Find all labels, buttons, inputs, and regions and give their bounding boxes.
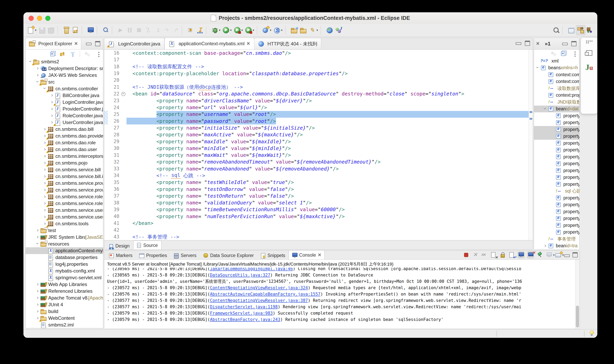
outline-item-property[interactable]: eproperty: [534, 181, 579, 188]
console-output[interactable]: Tomcat v8.5 Server at localhost [Apache …: [104, 260, 580, 329]
console-link[interactable]: FrameworkServlet.java:983: [210, 311, 273, 316]
minimize-icon[interactable]: [516, 42, 521, 45]
show-console-on-stderr-button[interactable]: [527, 251, 534, 258]
outline-item-bean[interactable]: ›ebean id=tra: [534, 243, 579, 249]
minimize-icon[interactable]: [562, 43, 568, 45]
tab-project-explorer[interactable]: Project Explorer ✕: [26, 38, 81, 49]
outline-item-property[interactable]: eproperty: [534, 133, 579, 140]
console-link[interactable]: ContentNegotiatingViewResolver.java:324: [210, 286, 308, 290]
code-line-22[interactable]: 22 <bean id="dataSource" class="org.apac…: [104, 91, 533, 97]
code-line-39[interactable]: 39 <property name= "timeBetweenEvictionR…: [104, 206, 533, 213]
expander-icon[interactable]: ›: [35, 281, 40, 286]
expander-icon[interactable]: ›: [535, 65, 540, 70]
outline-item-property[interactable]: eproperty: [534, 119, 579, 126]
clear-console-button[interactable]: [490, 252, 497, 258]
skip-all-breakpoints-button[interactable]: [186, 26, 195, 35]
expander-icon[interactable]: ›: [35, 241, 40, 246]
tree-item-database-properties[interactable]: database.properties: [26, 254, 103, 261]
close-icon[interactable]: ✕: [74, 41, 78, 46]
tree-item-cn-smbms-dao-role[interactable]: ›cn.smbms.dao.role: [26, 139, 103, 146]
outline-item-property[interactable]: eproperty: [534, 140, 579, 147]
code-line-20[interactable]: 20: [104, 77, 533, 84]
expander-icon[interactable]: ›: [42, 133, 47, 138]
code-line-31[interactable]: 31 <property name="maxWait" value="${max…: [104, 152, 533, 158]
scroll-lock-button[interactable]: [499, 252, 506, 258]
tree-item-rolecontroller-java[interactable]: ›JRoleController.java: [26, 112, 103, 119]
open-folder-button[interactable]: [299, 26, 308, 35]
minimize-window-button[interactable]: [37, 16, 42, 21]
run-on-server-button[interactable]: ▶▾: [233, 26, 244, 35]
outline-item-property[interactable]: eproperty: [534, 222, 579, 229]
tree-item-providercontroller-jav[interactable]: ›JProviderController.jav: [26, 105, 103, 112]
new-web-wizard-button[interactable]: ▾: [261, 26, 272, 35]
expander-icon[interactable]: ›: [42, 153, 47, 158]
word-wrap-button[interactable]: [508, 252, 515, 258]
expander-icon[interactable]: ›: [42, 187, 47, 192]
import-wizard-button[interactable]: J: [334, 26, 343, 35]
tree-item-smbms2[interactable]: ›smbms2: [26, 58, 103, 65]
code-line-43[interactable]: 43 <!-- 事务管理 -->: [104, 234, 533, 240]
expander-icon[interactable]: ›: [35, 72, 40, 78]
code-line-25[interactable]: 25 <property name="username" value="root…: [104, 111, 533, 118]
close-window-button[interactable]: [29, 16, 34, 21]
tree-item-cn-smbms-service-role[interactable]: ›cn.smbms.service.role: [26, 193, 103, 200]
expander-icon[interactable]: ›: [35, 234, 40, 239]
new-wizard-button[interactable]: ▾: [26, 26, 38, 35]
tab-props[interactable]: Properties: [136, 251, 170, 260]
code-line-34[interactable]: 34 <!-- sql 心跳 -->: [104, 172, 533, 179]
outline-item-bean[interactable]: ›ebean id=dat: [534, 105, 579, 113]
close-icon[interactable]: ✕: [246, 41, 250, 46]
tree-item-cn-smbms-controller[interactable]: ›cn.smbms.controller: [26, 85, 103, 92]
tips-lightbulb-icon[interactable]: [589, 330, 594, 337]
open-resource-button[interactable]: [290, 26, 299, 35]
tree-item-jre-system-library-[interactable]: ›JRE System Library [JavaSE: [26, 234, 103, 241]
maximize-icon[interactable]: [573, 252, 578, 257]
drag-handle-icon[interactable]: [586, 40, 593, 43]
expander-icon[interactable]: ›: [42, 146, 47, 152]
outline-item-property[interactable]: eproperty: [534, 147, 579, 154]
outline-item-property[interactable]: eproperty: [534, 126, 579, 133]
outline-item-property[interactable]: eproperty: [534, 167, 579, 174]
tree-item-cn-smbms-pojo[interactable]: ›cn.smbms.pojo: [26, 160, 103, 166]
code-line-42[interactable]: 42: [104, 227, 533, 234]
outline-item-事务管理[interactable]: !--事务管理: [534, 235, 579, 243]
expander-icon[interactable]: ›: [42, 86, 47, 91]
outline-item-sql-心跳[interactable]: !--sql 心跳: [534, 188, 579, 195]
expander-icon[interactable]: ›: [28, 59, 33, 64]
tree-item-cn-smbms-interceptors[interactable]: ›cn.smbms.interceptors: [26, 153, 103, 160]
outline-item-xml[interactable]: ?=?xml: [534, 58, 579, 65]
tab-servers[interactable]: Servers: [170, 251, 200, 260]
code-line-32[interactable]: 32 <property name="removeAbandonedTimeou…: [104, 159, 533, 165]
view-menu-icon[interactable]: [94, 51, 100, 57]
outline-item-context-com[interactable]: econtext:com: [534, 71, 579, 78]
open-console-button[interactable]: [86, 26, 95, 35]
editor-tab-http-404-[interactable]: HTTP状态 404 - 未找到: [254, 38, 321, 49]
tree-item-cn-smbms-service-bill[interactable]: ›cn.smbms.service.bill: [26, 166, 103, 173]
debug-button[interactable]: ▾: [210, 26, 222, 35]
terminate-button[interactable]: [463, 252, 469, 258]
tab-overflow-count[interactable]: »1: [545, 41, 550, 47]
expander-icon[interactable]: ›: [42, 126, 47, 131]
overview-mark[interactable]: [530, 111, 532, 113]
code-line-19[interactable]: 19 <context:property-placeholder locatio…: [104, 70, 533, 77]
tree-item-cn-smbms-dao-user[interactable]: ›cn.smbms.dao.user: [26, 146, 103, 153]
expander-icon[interactable]: ›: [35, 308, 40, 313]
use-step-filters-button[interactable]: [195, 26, 204, 35]
minimize-icon[interactable]: [86, 43, 92, 45]
tree-item-smbms2-iml[interactable]: smbms2.iml: [26, 322, 103, 328]
tree-item-cn-smbms-service-bill-im[interactable]: ›cn.smbms.service.bill.im: [26, 173, 103, 180]
outline-item-property[interactable]: eproperty: [534, 215, 579, 222]
search-button[interactable]: [552, 26, 561, 35]
open-console-button[interactable]: ▾: [555, 252, 561, 258]
code-line-37[interactable]: 37 <property name= "testOnReturn" value=…: [104, 193, 533, 199]
junit-view-icon[interactable]: Ju: [585, 63, 593, 72]
maximize-icon[interactable]: [525, 41, 530, 46]
tree-item-cn-smbms-service-user[interactable]: ›cn.smbms.service.user: [26, 207, 103, 214]
tab-markers[interactable]: Markers: [106, 251, 136, 260]
code-line-16[interactable]: 16 <context:component-scan base-package=…: [104, 50, 533, 56]
expander-icon[interactable]: ›: [42, 180, 47, 185]
expander-icon[interactable]: ›: [35, 65, 40, 71]
tree-item-logincontroller-java[interactable]: ›JLoginController.java: [26, 99, 103, 105]
outline-item-property[interactable]: eproperty: [534, 160, 579, 167]
tree-item-build[interactable]: ›build: [26, 308, 103, 315]
